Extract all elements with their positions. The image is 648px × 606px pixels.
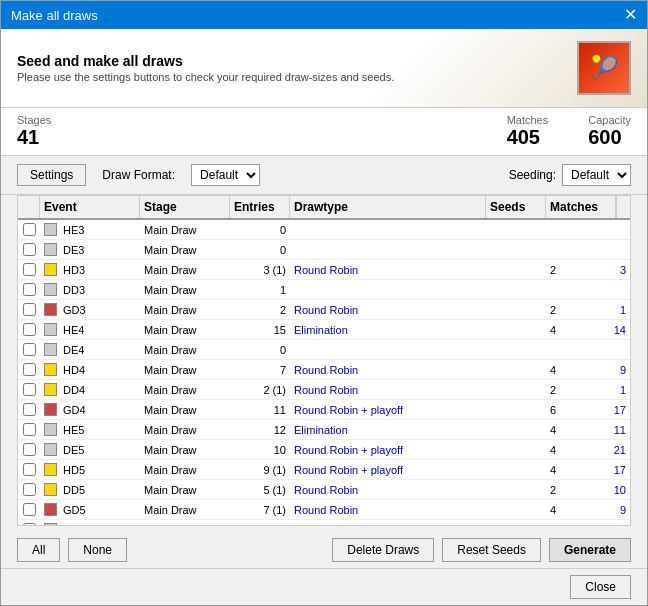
controls-bar: Settings Draw Format: Default Seeding: D… <box>1 156 647 195</box>
col-check <box>18 196 40 218</box>
row-entries: 9 (1) <box>230 461 290 479</box>
row-checkbox[interactable] <box>18 420 40 439</box>
event-name: DE4 <box>63 344 84 356</box>
event-icon <box>44 323 57 336</box>
close-button[interactable]: Close <box>570 575 631 599</box>
event-name: HE4 <box>63 324 84 336</box>
all-button[interactable]: All <box>17 538 60 562</box>
row-stage: Main Draw <box>140 281 230 299</box>
row-drawtype: Round Robin + playoff <box>290 401 500 419</box>
stages-group: Stages 41 <box>17 114 51 149</box>
event-icon <box>44 423 57 436</box>
close-icon[interactable]: ✕ <box>624 7 637 23</box>
table-row: GD4 Main Draw 11 Round Robin + playoff 6… <box>18 400 630 420</box>
row-checkbox[interactable] <box>18 260 40 279</box>
event-name: DD3 <box>63 284 85 296</box>
event-name: HD5 <box>63 464 85 476</box>
row-checkbox[interactable] <box>18 500 40 519</box>
row-seeds: 8 <box>500 521 560 526</box>
row-checkbox[interactable] <box>18 240 40 259</box>
seeding-label: Seeding: <box>509 168 556 182</box>
matches-group: Matches 405 <box>507 114 549 149</box>
row-entries: 15 <box>230 321 290 339</box>
event-name: DD4 <box>63 384 85 396</box>
row-seeds: 2 <box>500 261 560 279</box>
header-banner: Seed and make all draws Please use the s… <box>1 29 647 108</box>
row-stage: Main Draw <box>140 421 230 439</box>
table-row: HE3 Main Draw 0 <box>18 220 630 240</box>
col-seeds: Seeds <box>486 196 546 218</box>
row-matches: 9 <box>560 501 630 519</box>
event-icon <box>44 283 57 296</box>
draw-format-select[interactable]: Default <box>191 164 260 186</box>
row-checkbox[interactable] <box>18 400 40 419</box>
row-matches: 21 <box>560 441 630 459</box>
capacity-group: Capacity 600 <box>588 114 631 149</box>
row-event: DD3 <box>40 280 140 299</box>
table-row: DE5 Main Draw 10 Round Robin + playoff 4… <box>18 440 630 460</box>
row-matches <box>560 287 630 293</box>
row-drawtype <box>290 247 500 253</box>
row-stage: Main Draw <box>140 401 230 419</box>
row-seeds: 2 <box>500 381 560 399</box>
row-drawtype <box>290 227 500 233</box>
row-drawtype: Round Robin <box>290 381 500 399</box>
event-name: HD4 <box>63 364 85 376</box>
matches-value: 405 <box>507 126 549 149</box>
row-checkbox[interactable] <box>18 360 40 379</box>
event-icon <box>44 503 57 516</box>
row-checkbox[interactable] <box>18 220 40 239</box>
data-table: Event Stage Entries Drawtype Seeds Match… <box>17 195 631 526</box>
col-stage: Stage <box>140 196 230 218</box>
delete-draws-button[interactable]: Delete Draws <box>332 538 434 562</box>
row-checkbox[interactable] <box>18 380 40 399</box>
row-event: HE5 <box>40 420 140 439</box>
row-entries: 5 (1) <box>230 481 290 499</box>
event-name: DE5 <box>63 444 84 456</box>
row-drawtype: Round Robin + playoff <box>290 461 500 479</box>
row-stage: Main Draw <box>140 241 230 259</box>
none-button[interactable]: None <box>68 538 127 562</box>
table-row: DD3 Main Draw 1 <box>18 280 630 300</box>
event-name: HE6 <box>63 524 84 526</box>
table-body[interactable]: HE3 Main Draw 0 DE3 Main Draw 0 HD3 Main… <box>18 220 630 525</box>
row-entries: 12 <box>230 421 290 439</box>
table-row: HD3 Main Draw 3 (1) Round Robin 2 3 <box>18 260 630 280</box>
row-event: DD4 <box>40 380 140 399</box>
row-seeds: 4 <box>500 361 560 379</box>
row-checkbox[interactable] <box>18 280 40 299</box>
reset-seeds-button[interactable]: Reset Seeds <box>442 538 541 562</box>
table-row: HD5 Main Draw 9 (1) Round Robin + playof… <box>18 460 630 480</box>
col-entries: Entries <box>230 196 290 218</box>
row-stage: Main Draw <box>140 221 230 239</box>
row-entries: 7 <box>230 361 290 379</box>
row-stage: Main Draw <box>140 501 230 519</box>
main-window: Make all draws ✕ Seed and make all draws… <box>0 0 648 606</box>
row-drawtype: Elimination <box>290 321 500 339</box>
row-checkbox[interactable] <box>18 520 40 525</box>
row-drawtype: Round Robin <box>290 481 500 499</box>
row-checkbox[interactable] <box>18 440 40 459</box>
event-icon <box>44 243 57 256</box>
generate-button[interactable]: Generate <box>549 538 631 562</box>
row-matches <box>560 227 630 233</box>
row-checkbox[interactable] <box>18 460 40 479</box>
event-icon <box>44 263 57 276</box>
row-entries: 2 (1) <box>230 381 290 399</box>
row-seeds <box>500 287 560 293</box>
seeding-select[interactable]: Default <box>562 164 631 186</box>
row-drawtype: Round Robin <box>290 521 500 526</box>
event-icon <box>44 523 57 525</box>
row-event: DE4 <box>40 340 140 359</box>
row-entries: 0 <box>230 341 290 359</box>
row-drawtype: Elimination <box>290 421 500 439</box>
table-row: HE5 Main Draw 12 Elimination 4 11 <box>18 420 630 440</box>
row-event: HD5 <box>40 460 140 479</box>
row-checkbox[interactable] <box>18 320 40 339</box>
row-checkbox[interactable] <box>18 340 40 359</box>
row-checkbox[interactable] <box>18 300 40 319</box>
settings-button[interactable]: Settings <box>17 164 86 186</box>
header-icon: 🎾 <box>577 41 631 95</box>
row-checkbox[interactable] <box>18 480 40 499</box>
event-icon <box>44 383 57 396</box>
